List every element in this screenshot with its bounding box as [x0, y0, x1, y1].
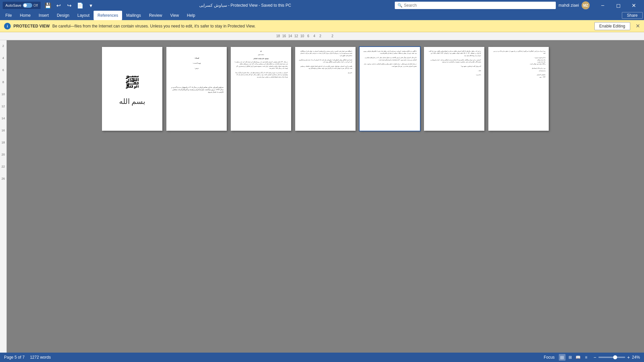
main-area: 2 4 6 8 10 12 14 16 18 20 22 26 ﷽: [0, 40, 644, 353]
focus-button[interactable]: Focus: [544, 355, 555, 360]
pages-row: ﷽ بسم الله استاد : تهیه کننده : درس : سی…: [102, 47, 549, 131]
user-avatar[interactable]: MZ: [582, 1, 590, 9]
tab-design[interactable]: Design: [53, 11, 73, 20]
zoom-out-button[interactable]: −: [594, 355, 596, 360]
view-buttons: ▤ ⊞ 📖 ≡: [559, 354, 590, 361]
v-ruler-18: 18: [1, 139, 5, 145]
zoom-in-button[interactable]: +: [627, 355, 630, 360]
tab-help[interactable]: Help: [183, 11, 199, 20]
zoom-thumb: [613, 355, 617, 359]
ruler-num-4: 4: [311, 34, 317, 38]
ruler-num-14: 14: [287, 34, 293, 38]
minimize-button[interactable]: –: [595, 0, 610, 11]
p2-line2: تهیه کننده :: [170, 62, 223, 64]
quick-access-toolbar: 💾 ↩ ↪ 📄 ▾: [43, 1, 96, 10]
p4-body: با مطالعه سیر تحول شعر فارسی در قرن بیست…: [299, 50, 352, 74]
p2-footer: سیاوش کسرایی شاعر معاصر ایرانی در سال ۱۳…: [170, 86, 223, 94]
page-6: در این که در طول سال‌های که آقای کسرایی …: [424, 47, 484, 131]
redo-icon[interactable]: ↪: [65, 1, 74, 10]
protected-icon: i: [4, 23, 11, 29]
v-ruler-16: 16: [1, 127, 5, 133]
v-ruler-22: 22: [1, 164, 5, 170]
tab-layout[interactable]: Layout: [73, 11, 94, 20]
ruler: 18 16 14 12 10 6 4 2 2: [0, 32, 644, 40]
autosave-label: AutoSave: [5, 3, 21, 7]
zoom-controls: − + 24%: [594, 355, 640, 360]
autosave-toggle[interactable]: [23, 3, 32, 8]
p3-heading: موضوع : علم سیاست اجتماعی: [234, 58, 288, 60]
p3-subtitle: محمد صبور: [234, 54, 288, 56]
v-ruler-14: 14: [1, 115, 5, 121]
p3-title: بام: [234, 50, 288, 52]
word-count: 1272 words: [30, 355, 51, 360]
bismillah-calligraphy: ﷽: [122, 72, 142, 94]
p2-line1: استاد :: [170, 57, 223, 59]
ruler-num-2b: 2: [329, 34, 335, 38]
print-layout-button[interactable]: ▤: [559, 354, 566, 361]
status-right: Focus ▤ ⊞ 📖 ≡ − + 24%: [544, 354, 640, 361]
page-1: ﷽ بسم الله: [102, 47, 162, 131]
customize-icon[interactable]: ▾: [86, 1, 96, 10]
web-layout-button[interactable]: ⊞: [567, 354, 574, 361]
read-mode-button[interactable]: 📖: [575, 354, 582, 361]
enable-editing-button[interactable]: Enable Editing: [594, 22, 630, 30]
v-ruler-6: 6: [2, 67, 4, 73]
zoom-level: 24%: [632, 355, 640, 360]
v-ruler-2: 2: [2, 43, 4, 49]
search-icon: 🔍: [397, 3, 402, 8]
zoom-slider[interactable]: [598, 357, 625, 358]
v-ruler-12: 12: [1, 103, 5, 109]
v-ruler-26: 26: [1, 176, 5, 182]
autosave-section[interactable]: AutoSave Off: [3, 2, 41, 9]
protected-view-bar: i PROTECTED VIEW Be careful—files from t…: [0, 20, 644, 32]
p2-line3: درس :: [170, 67, 223, 69]
page-4: با مطالعه سیر تحول شعر فارسی در قرن بیست…: [295, 47, 356, 131]
search-box[interactable]: 🔍: [395, 2, 556, 9]
tab-mailings[interactable]: Mailings: [122, 11, 145, 20]
page-7: من از پرتاب تیر آرش کمانگیر یاد می‌گیرم،…: [488, 47, 549, 131]
p6-body: در این که در طول سال‌های که آقای کسرایی …: [427, 50, 481, 76]
protected-message: Be careful—files from the Internet can c…: [52, 24, 592, 28]
outline-button[interactable]: ≡: [583, 354, 590, 361]
ruler-num-12: 12: [293, 34, 299, 38]
protected-title: PROTECTED VIEW: [13, 24, 50, 28]
p7-body: من از پرتاب تیر آرش کمانگیر یاد می‌گیرم،…: [492, 50, 545, 78]
user-name: mahdi ziaei: [558, 3, 579, 8]
undo-icon[interactable]: ↩: [54, 1, 63, 10]
page-info: Page 5 of 7: [4, 355, 24, 360]
tab-view[interactable]: View: [166, 11, 183, 20]
close-bar-button[interactable]: ✕: [636, 23, 640, 29]
save-icon[interactable]: 💾: [43, 1, 53, 10]
file-icon[interactable]: 📄: [75, 1, 85, 10]
tab-references[interactable]: References: [94, 11, 122, 20]
window-controls: – ◻ ✕: [595, 0, 641, 11]
ruler-num-10: 10: [299, 34, 305, 38]
ruler-num-2a: 2: [317, 34, 323, 38]
search-input[interactable]: [404, 3, 553, 8]
tab-home[interactable]: Home: [16, 11, 35, 20]
tab-file[interactable]: File: [1, 11, 16, 20]
share-button[interactable]: Share: [622, 12, 643, 19]
restore-button[interactable]: ◻: [610, 0, 626, 11]
ruler-numbers: 18 16 14 12 10 6 4 2 2: [0, 34, 335, 38]
tab-insert[interactable]: Insert: [35, 11, 53, 20]
ruler-num-6: 6: [305, 34, 311, 38]
p3-body: در سال ۱۳۳۰ شاعر سیاوش کسرایی اشعار خود …: [234, 61, 288, 78]
page-5: با نگاهی به زندگینامه سیاوش کسرایی درمی‌…: [360, 47, 420, 131]
title-bar: AutoSave Off 💾 ↩ ↪ 📄 ▾ سیاوش کسرایی - Pr…: [0, 0, 644, 11]
status-bar: Page 5 of 7 1272 words Focus ▤ ⊞ 📖 ≡ − +…: [0, 353, 644, 362]
tab-review[interactable]: Review: [145, 11, 166, 20]
v-ruler-8: 8: [2, 79, 4, 85]
calligraphy-decoration: بسم الله: [119, 97, 146, 106]
page-2: استاد : تهیه کننده : درس : سیاوش کسرایی …: [166, 47, 227, 131]
vertical-ruler: 2 4 6 8 10 12 14 16 18 20 22 26: [0, 40, 7, 353]
v-ruler-4: 4: [2, 55, 4, 61]
user-section: mahdi ziaei MZ: [558, 1, 590, 9]
v-ruler-10: 10: [1, 91, 5, 97]
ruler-num-16: 16: [281, 34, 287, 38]
page-3: بام محمد صبور موضوع : علم سیاست اجتماعی …: [231, 47, 291, 131]
close-button[interactable]: ✕: [626, 0, 641, 11]
document-area[interactable]: ﷽ بسم الله استاد : تهیه کننده : درس : سی…: [7, 40, 644, 353]
ruler-num-18: 18: [275, 34, 281, 38]
ribbon-menu: File Home Insert Design Layout Reference…: [0, 11, 644, 20]
